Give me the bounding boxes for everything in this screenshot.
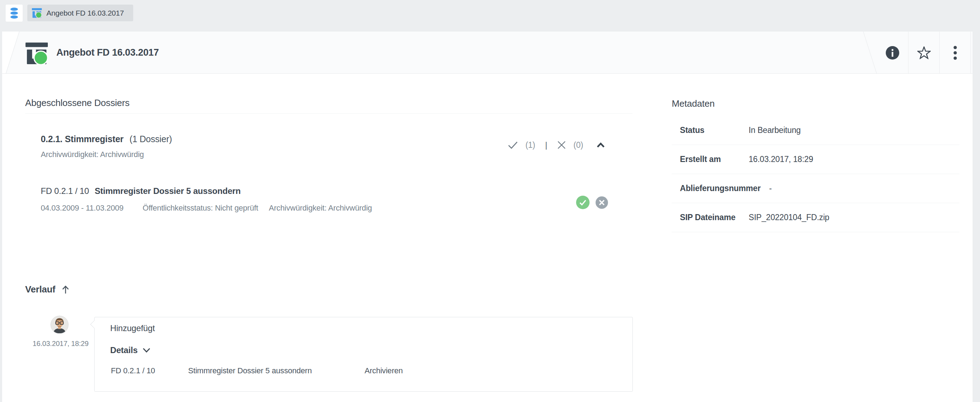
page-title: Angebot FD 16.03.2017 [56,32,159,74]
metadata-row-created: Erstellt am 16.03.2017, 18:29 [672,145,959,174]
section-divider [25,113,632,114]
page-right-margin [972,0,980,402]
approve-all-button[interactable] [508,142,518,149]
detail-dossier-action: Archivieren [364,366,403,375]
check-circle-green-icon [576,196,590,209]
rejected-count: (0) [574,140,584,150]
metadata-table: Status In Bearbeitung Erstellt am 16.03.… [672,116,959,232]
app-window: Angebot FD 16.03.2017 Angebot FD 16.03.2… [0,0,980,402]
section-title-metadata: Metadaten [672,98,714,109]
metadata-label: Status [680,126,740,135]
dossier-title: Stimmregister Dossier 5 aussondern [95,186,240,196]
section-title-closed-dossiers: Abgeschlossene Dossiers [25,97,130,108]
offer-box-icon-large [25,43,48,65]
metadata-row-status: Status In Bearbeitung [672,116,959,145]
arrow-up-icon [61,285,70,295]
x-icon [557,141,566,149]
tab-angebot[interactable]: Angebot FD 16.03.2017 [27,5,133,21]
metadata-row-sip-filename: SIP Dateiname SIP_20220104_FD.zip [672,203,959,232]
check-icon [508,142,518,149]
dossier-appraisal-status [576,196,608,209]
approved-count: (1) [525,140,535,150]
metadata-value: SIP_20220104_FD.zip [749,213,829,222]
dossier-row-meta: 04.03.2009 - 11.03.2009Öffentlichkeitsst… [41,204,372,213]
detail-dossier-reference: FD 0.2.1 / 10 [111,366,155,375]
history-entry-timestamp: 16.03.2017, 18:29 [27,340,94,348]
database-icon [10,7,19,19]
metadata-label: Ablieferungsnummer [680,183,761,193]
metadata-value: - [769,183,772,193]
metadata-label: SIP Dateiname [680,213,740,222]
dossier-archival-value: Archivwürdigkeit: Archivwürdig [269,204,372,212]
section-title-history: Verlauf [25,284,55,295]
metadata-label: Erstellt am [680,155,740,164]
sort-history-button[interactable] [61,285,70,295]
repository-group-title: 0.2.1. Stimmregister (1 Dossier) [41,134,172,144]
tab-angebot-label: Angebot FD 16.03.2017 [46,9,124,18]
more-actions-button[interactable] [939,32,971,74]
chevron-down-icon [142,348,151,353]
detail-dossier-title: Stimmregister Dossier 5 aussondern [188,366,312,375]
group-title-text: 0.2.1. Stimmregister [41,134,124,144]
history-detail-row: FD 0.2.1 / 10 Stimmregister Dossier 5 au… [95,366,632,378]
x-circle-gray-icon [596,196,608,209]
offer-box-icon [32,8,42,18]
metadata-value: In Bearbeitung [749,126,801,135]
reject-all-button[interactable] [557,141,566,149]
page-header: Angebot FD 16.03.2017 [2,32,972,74]
kebab-menu-icon [953,45,957,60]
tab-home[interactable] [6,5,23,22]
approve-dossier-button[interactable] [576,196,590,209]
group-archival-value: Archivwürdigkeit: Archivwürdig [41,150,144,159]
metadata-value: 16.03.2017, 18:29 [749,155,813,164]
info-button[interactable] [877,32,908,74]
content-page: Angebot FD 16.03.2017 [2,32,972,402]
browser-tab-bar: Angebot FD 16.03.2017 [0,0,980,32]
chevron-up-icon [597,142,605,148]
section-history-header: Verlauf [25,284,70,295]
dossier-reference: FD 0.2.1 / 10 [41,186,89,196]
details-toggle[interactable]: Details [110,345,151,355]
collapse-group-button[interactable] [597,142,605,148]
reject-dossier-button[interactable] [596,196,608,209]
group-dossier-count: (1 Dossier) [129,134,172,144]
count-separator: | [545,140,547,150]
dossier-row-title: FD 0.2.1 / 10Stimmregister Dossier 5 aus… [41,186,240,196]
favorite-button[interactable] [908,32,939,74]
dossier-date-range: 04.03.2009 - 11.03.2009 [41,204,124,212]
star-icon [917,46,931,59]
avatar [50,316,69,334]
dossier-public-status: Öffentlichkeitsstatus: Nicht geprüft [143,204,258,212]
history-entry-action: Hinzugefügt [110,323,155,333]
metadata-row-delivery-number: Ablieferungsnummer - [672,174,959,203]
details-toggle-label: Details [110,345,137,355]
history-entry-card: Hinzugefügt Details FD 0.2.1 / 10 Stimmr… [94,317,633,392]
info-icon [885,46,900,60]
group-appraisal-controls: (1) | (0) [508,139,605,151]
